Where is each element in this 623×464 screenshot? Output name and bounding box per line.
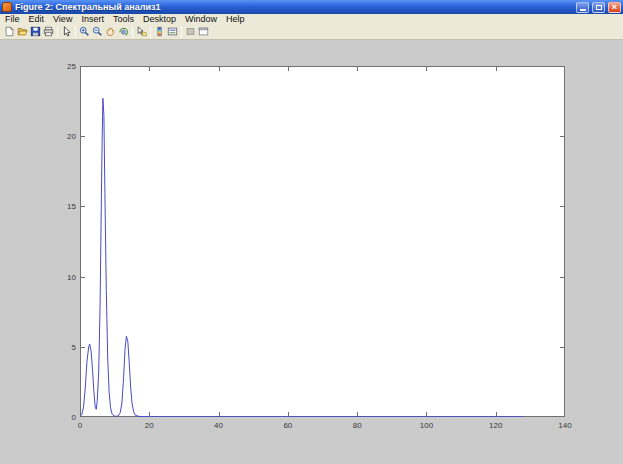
pan-button[interactable] <box>104 24 117 39</box>
x-tick-label: 40 <box>204 421 234 430</box>
toolbar-separator <box>57 26 58 38</box>
show-plot-tools-button[interactable] <box>197 24 210 39</box>
menu-insert[interactable]: Insert <box>81 14 104 24</box>
hide-plot-tools-icon <box>185 26 196 37</box>
x-tick-label: 0 <box>65 421 95 430</box>
x-tick-label: 120 <box>481 421 511 430</box>
zoom-in-icon <box>79 26 90 37</box>
print-figure-icon <box>43 26 54 37</box>
new-figure-icon <box>4 26 15 37</box>
toolbar-separator <box>181 26 182 38</box>
restore-icon <box>596 5 602 10</box>
menu-file[interactable]: File <box>5 14 20 24</box>
x-tick-label: 100 <box>411 421 441 430</box>
show-plot-tools-icon <box>198 26 209 37</box>
open-file-icon <box>17 26 28 37</box>
menu-window[interactable]: Window <box>185 14 217 24</box>
data-cursor-button[interactable] <box>135 24 148 39</box>
menu-help[interactable]: Help <box>226 14 245 24</box>
y-tick-label: 25 <box>40 62 76 71</box>
new-figure-button[interactable] <box>3 24 16 39</box>
x-tick-label: 80 <box>342 421 372 430</box>
zoom-out-icon <box>92 26 103 37</box>
x-tick-label: 60 <box>273 421 303 430</box>
menubar: File Edit View Insert Tools Desktop Wind… <box>0 14 623 24</box>
data-cursor-icon <box>136 26 147 37</box>
pan-hand-icon <box>105 26 116 37</box>
edit-plot-button[interactable] <box>60 24 73 39</box>
hide-plot-tools-button[interactable] <box>184 24 197 39</box>
minimize-icon <box>580 9 586 11</box>
toolbar-separator <box>150 26 151 38</box>
insert-colorbar-icon <box>154 26 165 37</box>
titlebar[interactable]: Figure 2: Спектральный анализ1 × <box>0 0 623 14</box>
figure-window: Figure 2: Спектральный анализ1 × File Ed… <box>0 0 623 464</box>
save-figure-icon <box>30 26 41 37</box>
figure-canvas: 020406080100120140 0510152025 <box>0 40 623 464</box>
rotate-3d-button[interactable] <box>117 24 130 39</box>
matlab-app-icon <box>2 2 12 12</box>
window-title: Figure 2: Спектральный анализ1 <box>15 2 573 12</box>
save-figure-button[interactable] <box>29 24 42 39</box>
open-file-button[interactable] <box>16 24 29 39</box>
edit-plot-arrow-icon <box>61 26 72 37</box>
figure-toolbar <box>0 24 623 40</box>
menu-edit[interactable]: Edit <box>29 14 45 24</box>
menu-desktop[interactable]: Desktop <box>143 14 176 24</box>
print-figure-button[interactable] <box>42 24 55 39</box>
rotate-3d-icon <box>118 26 129 37</box>
plot-svg[interactable] <box>80 66 565 417</box>
menu-tools[interactable]: Tools <box>113 14 134 24</box>
zoom-in-button[interactable] <box>78 24 91 39</box>
y-tick-label: 5 <box>40 343 76 352</box>
insert-legend-button[interactable] <box>166 24 179 39</box>
x-tick-label: 20 <box>134 421 164 430</box>
insert-colorbar-button[interactable] <box>153 24 166 39</box>
toolbar-separator <box>132 26 133 38</box>
minimize-button[interactable] <box>576 2 589 13</box>
y-tick-label: 20 <box>40 132 76 141</box>
zoom-out-button[interactable] <box>91 24 104 39</box>
y-tick-label: 0 <box>40 413 76 422</box>
y-tick-label: 15 <box>40 202 76 211</box>
close-icon: × <box>612 3 617 12</box>
insert-legend-icon <box>167 26 178 37</box>
y-tick-label: 10 <box>40 273 76 282</box>
x-tick-label: 140 <box>550 421 580 430</box>
restore-button[interactable] <box>592 2 605 13</box>
toolbar-separator <box>75 26 76 38</box>
close-button[interactable]: × <box>608 2 621 13</box>
menu-view[interactable]: View <box>53 14 72 24</box>
